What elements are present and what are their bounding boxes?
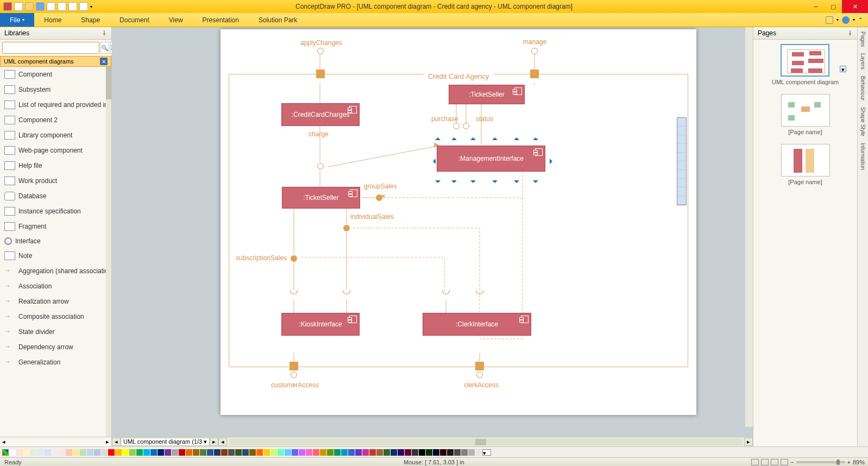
shape-component[interactable]: Component — [0, 67, 111, 82]
palette-swatch[interactable] — [306, 449, 312, 456]
selection-handle[interactable] — [533, 180, 538, 186]
port-clerkAccess[interactable] — [475, 362, 484, 370]
palette-swatch[interactable] — [475, 449, 482, 456]
shape-association[interactable]: Association — [0, 279, 111, 294]
page-thumb-3[interactable]: [Page name] — [781, 144, 830, 185]
selection-handle[interactable] — [470, 180, 476, 186]
close-button[interactable]: ✕ — [842, 0, 868, 13]
page-tab[interactable]: UML component diagram (1/3 ▾ — [121, 438, 210, 446]
interface-status[interactable] — [463, 123, 469, 129]
palette-swatch[interactable] — [143, 449, 150, 456]
palette-swatch[interactable] — [391, 449, 397, 456]
shape-composite-association[interactable]: Composite association — [0, 309, 111, 324]
page-thumb-1[interactable]: ▾ UML component diagram — [772, 44, 839, 85]
action-item[interactable] — [677, 161, 686, 170]
interface-purchase[interactable] — [453, 123, 460, 129]
palette-swatch[interactable] — [45, 449, 51, 456]
selection-handle[interactable] — [492, 180, 498, 186]
shape-work-product[interactable]: Work product — [0, 173, 111, 188]
interface-subscriptionSales[interactable] — [291, 255, 297, 262]
palette-swatch[interactable] — [165, 449, 171, 456]
palette-swatch[interactable] — [468, 449, 475, 456]
palette-swatch[interactable] — [66, 449, 72, 456]
interface-clerkAccess[interactable] — [476, 371, 483, 378]
action-item[interactable] — [677, 118, 686, 127]
vtab-information[interactable]: Information — [860, 141, 866, 172]
selection-handle[interactable] — [533, 135, 538, 140]
palette-swatch[interactable] — [327, 449, 334, 456]
tab-solution-park[interactable]: Solution Park — [249, 13, 307, 27]
vtab-layers[interactable]: Layers — [860, 51, 866, 72]
palette-swatch[interactable] — [37, 449, 44, 456]
palette-swatch[interactable] — [440, 449, 446, 456]
qat-redo-icon[interactable] — [58, 2, 66, 11]
view-mode-icon[interactable] — [781, 459, 788, 465]
component-management-interface[interactable]: :ManagementInterface — [437, 146, 545, 172]
palette-swatch[interactable] — [129, 449, 136, 456]
palette-swatch[interactable] — [16, 449, 23, 456]
zoom-slider[interactable] — [796, 461, 845, 463]
palette-swatch[interactable] — [207, 449, 213, 456]
palette-swatch[interactable] — [94, 449, 100, 456]
view-mode-icon[interactable] — [761, 459, 769, 465]
palette-swatch[interactable] — [292, 449, 298, 456]
palette-swatch[interactable] — [376, 449, 383, 456]
shape-interface[interactable]: Interface — [0, 234, 111, 248]
file-tab[interactable]: File ▾ — [0, 13, 34, 27]
action-item[interactable] — [677, 127, 686, 135]
hscroll-left[interactable]: ◂ — [218, 438, 227, 446]
palette-swatch[interactable] — [214, 449, 221, 456]
canvas-viewport[interactable]: Credit Card Agency applyChanges manage :… — [112, 27, 753, 437]
page-thumb-dropdown-icon[interactable]: ▾ — [840, 66, 846, 72]
palette-swatch[interactable] — [362, 449, 369, 456]
palette-swatch[interactable] — [235, 449, 242, 456]
palette-swatch[interactable] — [299, 449, 305, 456]
palette-swatch[interactable] — [256, 449, 263, 456]
shape-webpage-component[interactable]: Web-page component — [0, 143, 111, 158]
palette-swatch[interactable] — [447, 449, 454, 456]
palette-swatch[interactable] — [263, 449, 270, 456]
palette-more-icon[interactable]: ▾ — [482, 449, 491, 456]
selection-handle[interactable] — [451, 135, 457, 140]
lib-nav-right-icon[interactable]: ▸ — [106, 438, 109, 445]
palette-swatch[interactable] — [87, 449, 93, 456]
qat-new-icon[interactable] — [14, 2, 23, 11]
qat-open-icon[interactable] — [25, 2, 34, 11]
interface-customerAccess[interactable] — [291, 371, 297, 378]
help-icon[interactable] — [842, 16, 850, 24]
palette-picker-icon[interactable] — [2, 449, 9, 456]
palette-swatch[interactable] — [158, 449, 164, 456]
selection-handle[interactable] — [430, 159, 436, 164]
action-item[interactable] — [677, 179, 686, 187]
interface-manage[interactable] — [531, 48, 538, 54]
palette-swatch[interactable] — [122, 449, 129, 456]
component-ticket-seller-top[interactable]: :TicketSeller — [449, 85, 525, 104]
minimize-button[interactable]: ─ — [807, 0, 825, 13]
library-search-input[interactable] — [2, 42, 99, 54]
tab-nav-first[interactable]: ◂ — [112, 438, 121, 446]
tab-home[interactable]: Home — [34, 13, 71, 27]
component-ticket-seller-mid[interactable]: :TicketSeller — [282, 187, 360, 209]
palette-swatch[interactable] — [23, 449, 30, 456]
palette-swatch[interactable] — [200, 449, 206, 456]
palette-swatch[interactable] — [412, 449, 418, 456]
selection-handle[interactable] — [550, 159, 555, 164]
qat-copy-icon[interactable] — [79, 2, 88, 11]
palette-swatch[interactable] — [172, 449, 178, 456]
palette-swatch[interactable] — [461, 449, 468, 456]
interface-applyChanges[interactable] — [317, 48, 324, 54]
palette-swatch[interactable] — [454, 449, 461, 456]
palette-swatch[interactable] — [348, 449, 355, 456]
palette-swatch[interactable] — [52, 449, 58, 456]
vtab-behaviour[interactable]: Behaviour — [860, 74, 866, 103]
palette-swatch[interactable] — [73, 449, 79, 456]
drawing-page[interactable]: Credit Card Agency applyChanges manage :… — [221, 29, 696, 415]
view-mode-icon[interactable] — [771, 459, 778, 465]
zoom-out-icon[interactable]: − — [790, 459, 794, 465]
shape-dependency-arrow[interactable]: Dependency arrow — [0, 339, 111, 355]
shape-list-required-provided[interactable]: List of required and provided in — [0, 97, 111, 112]
action-item[interactable] — [677, 170, 686, 179]
interface-charge[interactable] — [317, 163, 324, 169]
palette-swatch[interactable] — [426, 449, 432, 456]
action-item[interactable] — [677, 187, 686, 196]
